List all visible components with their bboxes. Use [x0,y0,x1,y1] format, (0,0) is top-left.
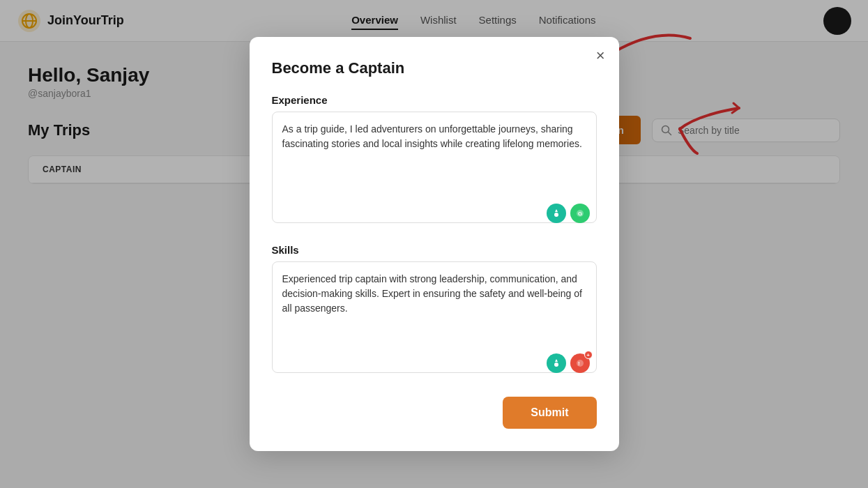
skills-spellcheck-icon [547,353,566,373]
modal-title: Become a Captain [272,59,597,77]
svg-point-6 [554,213,558,217]
submit-button[interactable]: Submit [503,397,596,429]
skills-badge-icon: ! + [570,353,590,373]
modal-close-button[interactable]: × [596,48,605,63]
modal-overlay: Become a Captain × Experience [0,0,868,488]
experience-label: Experience [272,94,597,106]
svg-text:!: ! [578,360,580,367]
spellcheck-icon [547,204,566,223]
skills-section: Skills ! + [272,244,597,380]
skills-icons: ! + [272,353,597,380]
grammar-icon: G [570,204,590,223]
skills-label: Skills [272,244,597,256]
svg-point-9 [554,363,558,367]
svg-text:G: G [578,211,582,217]
badge-count: + [584,351,593,359]
submit-row: Submit [272,397,597,429]
experience-icons: G [272,204,597,230]
become-captain-modal: Become a Captain × Experience [250,37,619,451]
experience-section: Experience G [272,94,597,230]
